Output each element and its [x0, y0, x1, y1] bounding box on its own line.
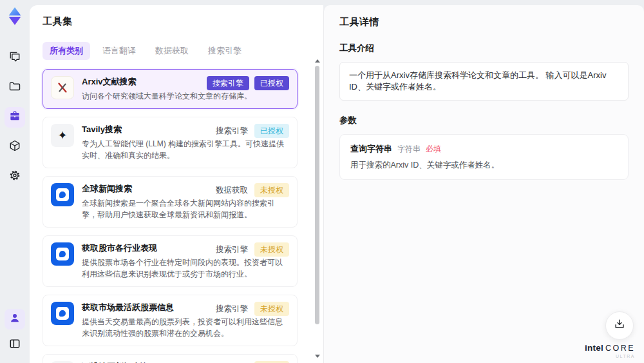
category-label: 搜索引擎: [216, 244, 248, 255]
auth-status-badge: 已授权: [254, 124, 289, 138]
tool-description: 全球新闻搜索是一个聚合全球各大新闻网站内容的搜索引擎，帮助用户快速获取全球最新资…: [82, 197, 289, 221]
app-rail: [0, 0, 30, 363]
tab-language-translation[interactable]: 语言翻译: [95, 42, 143, 60]
category-label: 搜索引擎: [216, 126, 248, 137]
tab-data-fetch[interactable]: 数据获取: [148, 42, 196, 60]
tab-search-engine[interactable]: 搜索引擎: [201, 42, 249, 60]
sidebar-item-tools[interactable]: [5, 107, 25, 128]
download-icon: [613, 318, 626, 333]
auth-status-badge: 未授权: [254, 302, 289, 316]
tool-card-global-news[interactable]: 全球新闻搜索 全球新闻搜索是一个聚合全球各大新闻网站内容的搜索引擎，帮助用户快速…: [43, 176, 298, 228]
auth-status-badge: 已授权: [254, 76, 289, 90]
category-tabs: 所有类别 语言翻译 数据获取 搜索引擎: [43, 42, 307, 60]
tool-card-sector-performance[interactable]: 获取股市各行业表现 提供股票市场各个行业在特定时间段内的表现。投资者可以利用这些…: [43, 235, 298, 287]
cube-icon: [8, 139, 21, 155]
param-card: 查询字符串 字符串 必填 用于搜索的Arxiv ID、关键字或作者姓名。: [339, 134, 629, 180]
tool-description: 访问各个研究领域大量科学论文和文章的存储库。: [82, 90, 289, 102]
tool-description: 提供股票市场各个行业在特定时间段内的表现。投资者可以利用这些信息来识别表现优于或…: [82, 257, 289, 280]
tool-list: Arxiv文献搜索 访问各个研究领域大量科学论文和文章的存储库。 搜索引擎 已授…: [43, 69, 307, 363]
param-type: 字符串: [397, 144, 421, 155]
toolbox-icon: [8, 110, 21, 125]
scroll-up-arrow[interactable]: [315, 59, 320, 63]
category-badge: 搜索引擎: [207, 76, 249, 90]
sidebar-item-models[interactable]: [5, 137, 25, 157]
stock-app-icon: [51, 242, 74, 266]
news-app-icon: [51, 183, 74, 206]
stock-app-icon: [51, 302, 74, 325]
tool-list-panel: 工具集 所有类别 语言翻译 数据获取 搜索引擎 Arxiv文献搜索 访问各个研究…: [30, 5, 323, 363]
detail-title: 工具详情: [339, 16, 629, 28]
sidebar-item-layout-toggle[interactable]: [5, 335, 25, 355]
tool-card-most-active-stocks[interactable]: 获取市场最活跃股票信息 提供当天交易量最高的股票列表，投资者可以利用这些信息来识…: [43, 295, 298, 346]
intro-heading: 工具介绍: [339, 43, 629, 54]
page-title: 工具集: [43, 15, 307, 28]
tool-description: 提供当天交易量最高的股票列表，投资者可以利用这些信息来识别流动性强的股票和潜在的…: [82, 316, 289, 339]
auth-status-badge: 未授权: [254, 242, 289, 257]
intel-core-logo: intelCORE ULTRA: [585, 342, 635, 358]
sidebar-item-chat[interactable]: [5, 48, 25, 68]
tool-description: 专为人工智能代理 (LLM) 构建的搜索引擎工具。可快速提供实时、准确和真实的结…: [82, 138, 289, 161]
param-name: 查询字符串: [350, 143, 392, 155]
sidebar-item-settings[interactable]: [5, 166, 25, 187]
tab-all-categories[interactable]: 所有类别: [43, 42, 90, 60]
chat-icon: [8, 50, 21, 66]
user-icon: [8, 311, 21, 327]
tool-card-tavily[interactable]: ✦ Tavily搜索 专为人工智能代理 (LLM) 构建的搜索引擎工具。可快速提…: [43, 117, 298, 168]
ultra-sublabel: ULTRA: [585, 354, 635, 358]
app-logo[interactable]: [5, 6, 24, 26]
arxiv-logo-icon: [51, 76, 74, 99]
sidebar-item-files[interactable]: [5, 77, 25, 98]
folder-icon: [8, 80, 21, 95]
scroll-down-arrow[interactable]: [315, 355, 320, 358]
category-label: 搜索引擎: [216, 304, 248, 315]
tool-card-arxiv[interactable]: Arxiv文献搜索 访问各个研究领域大量科学论文和文章的存储库。 搜索引擎 已授…: [43, 69, 298, 109]
param-description: 用于搜索的Arxiv ID、关键字或作者姓名。: [350, 160, 618, 171]
layout-toggle-icon: [8, 337, 21, 353]
sidebar-item-account[interactable]: [5, 309, 25, 329]
core-wordmark: CORE: [605, 344, 635, 353]
tavily-star-icon: ✦: [51, 124, 74, 147]
category-label: 数据获取: [216, 185, 248, 196]
tool-detail-panel: 工具详情 工具介绍 一个用于从Arxiv存储库搜索科学论文和文章的工具。 输入可…: [323, 5, 644, 363]
list-scrollbar[interactable]: [314, 59, 320, 358]
intro-text: 一个用于从Arxiv存储库搜索科学论文和文章的工具。 输入可以是Arxiv ID…: [339, 62, 629, 101]
params-heading: 参数: [339, 115, 629, 126]
auth-status-badge: 未授权: [254, 183, 289, 197]
gear-icon: [8, 169, 21, 184]
param-required-flag: 必填: [426, 144, 441, 155]
download-button[interactable]: [605, 311, 634, 340]
intel-wordmark: intel: [585, 343, 603, 353]
scrollbar-thumb[interactable]: [315, 66, 319, 324]
tool-card-regional-news[interactable]: 万维地区新闻查询 查询具体行政区划内的新闻，快速了解各地新闻动 搜索引擎 未授权: [43, 354, 298, 363]
